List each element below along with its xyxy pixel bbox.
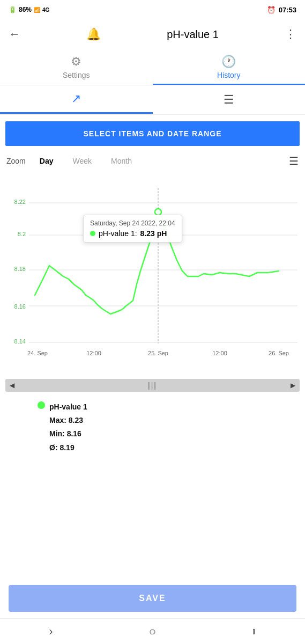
settings-tab-label: Settings: [63, 71, 90, 79]
chart-peak-dot: [155, 209, 161, 215]
svg-text:8.22: 8.22: [14, 199, 26, 205]
svg-text:8.16: 8.16: [14, 303, 26, 310]
legend-dot: [38, 401, 45, 409]
status-bar: 🔋 86% 📶 4G ⏰ 07:53: [0, 0, 305, 19]
history-icon: 🕐: [221, 55, 236, 69]
chart-container: 8.22 8.2 8.18 8.16 8.14 24. Sep 12:00 25…: [5, 172, 300, 376]
app-header: ← 🔔 pH-value 1 ⋮: [0, 19, 305, 49]
nav-back-button[interactable]: ›: [0, 625, 102, 639]
sub-tab-chart[interactable]: ↗: [0, 85, 153, 114]
select-banner[interactable]: SELECT ITEMS AND DATE RANGE: [5, 121, 300, 146]
zoom-week-button[interactable]: Week: [65, 155, 99, 167]
clock: 07:53: [279, 6, 296, 14]
bottom-nav: › ○ ⫾: [0, 618, 305, 644]
svg-text:25. Sep: 25. Sep: [148, 350, 168, 356]
battery-level: 86%: [19, 6, 32, 13]
zoom-month-button[interactable]: Month: [103, 155, 139, 167]
legend: pH-value 1 Max: 8.23 Min: 8.16 Ø: 8.19: [5, 400, 300, 455]
sub-tabs: ↗ ☰: [0, 85, 305, 115]
zoom-day-button[interactable]: Day: [32, 155, 61, 167]
settings-icon: ⚙: [71, 55, 81, 69]
page-title: pH-value 1: [167, 28, 219, 41]
svg-text:8.18: 8.18: [14, 266, 26, 272]
network-icon: 4G: [42, 7, 49, 13]
svg-text:26. Sep: 26. Sep: [269, 350, 289, 356]
main-tabs: ⚙ Settings 🕐 History: [0, 49, 305, 85]
battery-icon: 🔋: [9, 6, 17, 13]
zoom-label: Zoom: [6, 157, 26, 165]
table-icon: ☰: [224, 93, 234, 107]
svg-text:8.2: 8.2: [18, 231, 26, 237]
nav-home-button[interactable]: ○: [102, 625, 204, 639]
chart-icon: ↗: [71, 92, 81, 106]
notification-bell[interactable]: 🔔: [86, 27, 101, 41]
svg-text:12:00: 12:00: [212, 350, 227, 356]
chart-line: [35, 212, 279, 314]
back-button[interactable]: ←: [9, 27, 20, 41]
svg-text:24. Sep: 24. Sep: [27, 350, 48, 356]
legend-min: Min: 8.16: [49, 427, 87, 441]
svg-text:12:00: 12:00: [86, 350, 101, 356]
status-left: 🔋 86% 📶 4G: [9, 6, 49, 13]
select-banner-label: SELECT ITEMS AND DATE RANGE: [83, 129, 221, 138]
save-button[interactable]: SAVE: [9, 585, 296, 612]
legend-item: pH-value 1 Max: 8.23 Min: 8.16 Ø: 8.19: [38, 400, 300, 455]
tab-history[interactable]: 🕐 History: [153, 49, 306, 85]
chart-scrollbar[interactable]: ◀ ||| ▶: [5, 379, 300, 392]
zoom-row: Zoom Day Week Month ☰: [0, 152, 305, 170]
scroll-right-button[interactable]: ▶: [288, 382, 297, 389]
nav-recent-button[interactable]: ⫾: [203, 626, 305, 637]
signal-icon: 📶: [34, 7, 40, 13]
svg-text:8.14: 8.14: [14, 338, 26, 345]
legend-avg: Ø: 8.19: [49, 441, 87, 455]
legend-name: pH-value 1: [49, 400, 87, 414]
history-tab-label: History: [217, 71, 241, 79]
status-right: ⏰ 07:53: [267, 6, 296, 14]
alarm-icon: ⏰: [267, 6, 276, 14]
scrollbar-thumb[interactable]: |||: [17, 381, 288, 390]
save-button-container: SAVE: [0, 580, 305, 617]
chart-menu-icon[interactable]: ☰: [289, 155, 299, 167]
legend-text: pH-value 1 Max: 8.23 Min: 8.16 Ø: 8.19: [49, 400, 87, 455]
sub-tab-table[interactable]: ☰: [153, 85, 306, 114]
tab-settings[interactable]: ⚙ Settings: [0, 49, 153, 85]
scroll-left-button[interactable]: ◀: [8, 382, 17, 389]
legend-max: Max: 8.23: [49, 414, 87, 427]
more-menu-button[interactable]: ⋮: [285, 27, 296, 41]
chart-svg: 8.22 8.2 8.18 8.16 8.14 24. Sep 12:00 25…: [5, 172, 300, 376]
